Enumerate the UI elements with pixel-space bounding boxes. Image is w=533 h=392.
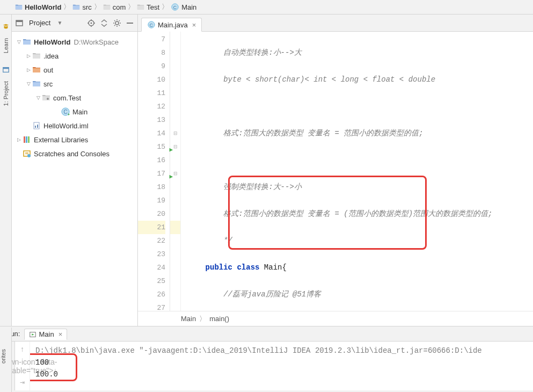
chevron-right-icon: 〉: [199, 314, 206, 324]
svg-point-7: [91, 22, 92, 24]
tree-node-main[interactable]: C Main: [13, 105, 136, 119]
output-command: D:\jdk1.8\bin\java.exe "-javaagent:D:\id…: [35, 345, 528, 357]
svg-text:C: C: [173, 5, 177, 10]
tree-label: HelloWorld.iml: [43, 122, 89, 130]
line-number: 13: [138, 113, 165, 127]
locate-icon[interactable]: [87, 19, 96, 27]
crumb-method[interactable]: main(): [209, 315, 229, 323]
class-icon: C: [61, 107, 70, 116]
up-icon[interactable]: ↑: [20, 345, 24, 353]
line-number: 11: [138, 86, 165, 100]
left-tool-strip: Learn 1: Project: [0, 14, 12, 326]
library-icon: [23, 135, 31, 144]
project-tab[interactable]: 1: Project: [3, 81, 9, 106]
tree-node-src[interactable]: ▽ src: [13, 77, 136, 91]
chevron-right-icon[interactable]: ▷: [15, 137, 23, 142]
svg-rect-14: [34, 122, 39, 129]
hide-icon[interactable]: [126, 19, 134, 27]
run-output[interactable]: D:\jdk1.8\bin\java.exe "-javaagent:D:\id…: [30, 342, 533, 390]
breadcrumb-label: com: [113, 3, 126, 11]
bottom-left-tool-strip: orites: [0, 328, 12, 392]
project-toolbar: Project ▼: [12, 14, 137, 32]
breadcrumb-item-src[interactable]: src: [72, 3, 91, 11]
expand-all-icon[interactable]: [100, 19, 108, 27]
line-number: 27: [138, 301, 165, 311]
output-line: 100: [35, 357, 528, 368]
chevron-down-icon[interactable]: ▽: [15, 39, 23, 45]
line-number: 17▶: [138, 167, 165, 180]
line-number: 16: [138, 154, 165, 167]
run-header: Run: Main ×: [0, 326, 533, 342]
class-icon: C: [171, 3, 179, 11]
line-number: 24: [138, 261, 165, 274]
svg-text:C: C: [150, 23, 153, 28]
chevron-right-icon: 〉: [63, 2, 70, 12]
editor-tab-bar: C Main.java ×: [138, 14, 533, 32]
class-icon: C: [147, 20, 156, 29]
learn-icon[interactable]: [2, 23, 10, 31]
chevron-down-icon[interactable]: ▽: [25, 81, 32, 86]
folder-icon: [72, 3, 80, 11]
line-number: 12: [138, 100, 165, 113]
chevron-right-icon: 〉: [128, 2, 135, 12]
favorites-tab[interactable]: orites: [0, 349, 6, 364]
dropdown-icon[interactable]: ▼: [57, 20, 62, 26]
line-number: 18: [138, 180, 165, 194]
editor-tab-label: Main.java: [158, 21, 188, 29]
settings-icon[interactable]: [113, 19, 121, 27]
line-number-gutter[interactable]: 7 8 9 10 11 12 13 14 15▶ 16 17▶ 18 19 20…: [138, 32, 170, 311]
breadcrumb-item-main[interactable]: C Main: [171, 3, 196, 11]
fold-end-icon[interactable]: ⊟: [170, 127, 180, 140]
editor-tab-main[interactable]: C Main.java ×: [141, 18, 202, 32]
tree-node-root[interactable]: ▽ HelloWorld D:\WorkSpace: [13, 35, 136, 49]
scratches-icon: [23, 149, 31, 158]
tree-node-scratches[interactable]: Scratches and Consoles: [13, 147, 136, 161]
learn-tab[interactable]: Learn: [3, 38, 9, 53]
svg-rect-3: [3, 68, 9, 69]
tree-label: HelloWorld: [34, 38, 70, 46]
svg-rect-15: [35, 126, 36, 128]
close-icon[interactable]: ×: [59, 330, 63, 338]
line-number: 14: [138, 127, 165, 140]
chevron-right-icon[interactable]: ▷: [25, 67, 32, 72]
svg-point-10: [47, 98, 49, 100]
run-gutter-icon[interactable]: ▶: [169, 143, 173, 157]
tree-node-idea[interactable]: ▷ .idea: [13, 49, 136, 63]
code-editor[interactable]: 7 8 9 10 11 12 13 14 15▶ 16 17▶ 18 19 20…: [138, 32, 533, 311]
editor-area: C Main.java × 7 8 9 10 11 12 13 14 15▶ 1…: [138, 14, 533, 326]
breadcrumb-item-test[interactable]: Test: [137, 3, 159, 11]
project-icon[interactable]: [2, 66, 10, 74]
folder-icon: [15, 3, 23, 11]
breadcrumb-item-root[interactable]: HelloWorld: [15, 3, 61, 11]
project-tree: ▽ HelloWorld D:\WorkSpace ▷ .idea ▷ out …: [12, 32, 137, 164]
line-number: 23: [138, 248, 165, 261]
tree-node-package[interactable]: ▽ com.Test: [13, 91, 136, 105]
tree-node-ext-lib[interactable]: ▷ External Libraries: [13, 133, 136, 147]
tree-label: .idea: [43, 52, 59, 60]
tree-node-iml[interactable]: HelloWorld.iml: [13, 119, 136, 133]
tree-label: External Libraries: [34, 136, 88, 144]
svg-rect-19: [28, 136, 30, 143]
run-panel: Run: Main × ↑ < ="down-icon" data-intera…: [0, 326, 533, 390]
crumb-class[interactable]: Main: [181, 315, 196, 323]
tree-label: Scratches and Consoles: [34, 150, 109, 158]
folder-icon: [32, 52, 41, 60]
breadcrumb-label: HelloWorld: [25, 3, 61, 11]
code-body[interactable]: 自动类型转换:小-->大 byte < short(char)< int < l…: [181, 32, 533, 311]
project-view-icon[interactable]: [15, 19, 24, 27]
tree-node-out[interactable]: ▷ out: [13, 63, 136, 77]
svg-rect-17: [24, 136, 25, 143]
run-gutter-icon[interactable]: ▶: [169, 170, 173, 184]
run-config-icon: [29, 331, 36, 338]
breadcrumb-item-com[interactable]: com: [103, 3, 126, 11]
output-line: 100.0: [35, 368, 528, 380]
editor-breadcrumb: Main 〉 main(): [138, 311, 533, 326]
run-tab[interactable]: Main ×: [24, 329, 67, 340]
folder-icon: [32, 79, 41, 88]
chevron-down-icon[interactable]: ▽: [34, 95, 42, 100]
run-tab-label: Main: [39, 330, 54, 338]
wrap-icon[interactable]: ⇥: [20, 379, 25, 386]
chevron-right-icon[interactable]: ▷: [25, 53, 32, 59]
tree-label: src: [43, 80, 53, 88]
close-icon[interactable]: ×: [192, 21, 196, 29]
